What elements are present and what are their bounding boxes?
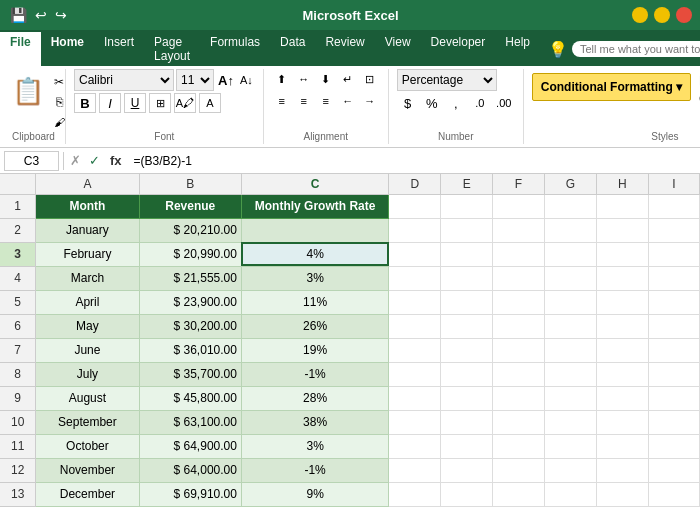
wrap-text-button[interactable]: ↵: [338, 69, 358, 89]
cell-a8[interactable]: July: [36, 362, 139, 386]
cell-h1[interactable]: [596, 194, 648, 218]
cell-b2[interactable]: $ 20,210.00: [139, 218, 241, 242]
cell-e8[interactable]: [441, 362, 493, 386]
indent-inc-button[interactable]: →: [360, 91, 380, 111]
cell-e1[interactable]: [441, 194, 493, 218]
cell-i4[interactable]: [648, 266, 699, 290]
cell-i7[interactable]: [648, 338, 699, 362]
decrease-font-button[interactable]: A↓: [238, 74, 255, 86]
cell-h8[interactable]: [596, 362, 648, 386]
row-header-8[interactable]: 8: [0, 362, 36, 386]
cell-i9[interactable]: [648, 386, 699, 410]
cell-c2[interactable]: [241, 218, 388, 242]
col-header-f[interactable]: F: [493, 174, 545, 194]
cell-g10[interactable]: [544, 410, 596, 434]
cell-e10[interactable]: [441, 410, 493, 434]
format-as-table-button[interactable]: Format as Table ▾: [695, 73, 700, 89]
cell-g4[interactable]: [544, 266, 596, 290]
cell-b10[interactable]: $ 63,100.00: [139, 410, 241, 434]
cell-d10[interactable]: [389, 410, 441, 434]
cell-e13[interactable]: [441, 482, 493, 506]
align-middle-button[interactable]: ↔: [294, 69, 314, 89]
cell-a10[interactable]: September: [36, 410, 139, 434]
cell-f7[interactable]: [493, 338, 545, 362]
tab-file[interactable]: File: [0, 32, 41, 66]
maximize-icon[interactable]: [654, 7, 670, 23]
cell-g8[interactable]: [544, 362, 596, 386]
italic-button[interactable]: I: [99, 93, 121, 113]
cell-reference-box[interactable]: [4, 151, 59, 171]
paste-button[interactable]: 📋: [10, 69, 46, 113]
cell-b4[interactable]: $ 21,555.00: [139, 266, 241, 290]
bold-button[interactable]: B: [74, 93, 96, 113]
cell-h12[interactable]: [596, 458, 648, 482]
col-header-h[interactable]: H: [596, 174, 648, 194]
row-header-10[interactable]: 10: [0, 410, 36, 434]
cell-a7[interactable]: June: [36, 338, 139, 362]
cell-f10[interactable]: [493, 410, 545, 434]
cell-h10[interactable]: [596, 410, 648, 434]
cell-c3[interactable]: 4%: [241, 242, 388, 266]
cell-a4[interactable]: March: [36, 266, 139, 290]
row-header-11[interactable]: 11: [0, 434, 36, 458]
cell-a3[interactable]: February: [36, 242, 139, 266]
cell-h5[interactable]: [596, 290, 648, 314]
col-header-g[interactable]: G: [544, 174, 596, 194]
cell-e12[interactable]: [441, 458, 493, 482]
cell-c4[interactable]: 3%: [241, 266, 388, 290]
font-size-select[interactable]: 11: [176, 69, 214, 91]
col-header-e[interactable]: E: [441, 174, 493, 194]
merge-button[interactable]: ⊡: [360, 69, 380, 89]
formula-input[interactable]: [130, 153, 696, 169]
cell-b12[interactable]: $ 64,000.00: [139, 458, 241, 482]
cell-b5[interactable]: $ 23,900.00: [139, 290, 241, 314]
cell-d6[interactable]: [389, 314, 441, 338]
cell-i6[interactable]: [648, 314, 699, 338]
formula-cancel-icon[interactable]: ✗: [68, 153, 83, 168]
align-center-button[interactable]: ≡: [294, 91, 314, 111]
cell-h4[interactable]: [596, 266, 648, 290]
align-left-button[interactable]: ≡: [272, 91, 292, 111]
cell-c11[interactable]: 3%: [241, 434, 388, 458]
tab-review[interactable]: Review: [315, 32, 374, 66]
border-button[interactable]: ⊞: [149, 93, 171, 113]
tab-developer[interactable]: Developer: [421, 32, 496, 66]
underline-button[interactable]: U: [124, 93, 146, 113]
tab-view[interactable]: View: [375, 32, 421, 66]
col-header-c[interactable]: C: [241, 174, 388, 194]
row-header-3[interactable]: 3: [0, 242, 36, 266]
currency-button[interactable]: $: [397, 93, 419, 113]
row-header-2[interactable]: 2: [0, 218, 36, 242]
cell-a6[interactable]: May: [36, 314, 139, 338]
save-button[interactable]: 💾: [8, 7, 29, 23]
cell-f2[interactable]: [493, 218, 545, 242]
cell-styles-button[interactable]: Cell Styles ▾: [695, 91, 700, 107]
number-format-select[interactable]: Percentage General Number Currency: [397, 69, 497, 91]
cell-d11[interactable]: [389, 434, 441, 458]
cell-b6[interactable]: $ 30,200.00: [139, 314, 241, 338]
cell-f12[interactable]: [493, 458, 545, 482]
cell-f5[interactable]: [493, 290, 545, 314]
cell-h2[interactable]: [596, 218, 648, 242]
cell-e11[interactable]: [441, 434, 493, 458]
cell-a1[interactable]: Month: [36, 194, 139, 218]
cell-b3[interactable]: $ 20,990.00: [139, 242, 241, 266]
cell-d12[interactable]: [389, 458, 441, 482]
tab-page-layout[interactable]: Page Layout: [144, 32, 200, 66]
row-header-7[interactable]: 7: [0, 338, 36, 362]
cell-c12[interactable]: -1%: [241, 458, 388, 482]
cell-b7[interactable]: $ 36,010.00: [139, 338, 241, 362]
tab-data[interactable]: Data: [270, 32, 315, 66]
cell-g1[interactable]: [544, 194, 596, 218]
dec-inc-button[interactable]: .0: [469, 93, 491, 113]
cell-i13[interactable]: [648, 482, 699, 506]
cell-h6[interactable]: [596, 314, 648, 338]
cell-a12[interactable]: November: [36, 458, 139, 482]
fill-color-button[interactable]: A🖍: [174, 93, 196, 113]
row-header-5[interactable]: 5: [0, 290, 36, 314]
cell-i8[interactable]: [648, 362, 699, 386]
cell-d7[interactable]: [389, 338, 441, 362]
tab-insert[interactable]: Insert: [94, 32, 144, 66]
percent-button[interactable]: %: [421, 93, 443, 113]
cell-h7[interactable]: [596, 338, 648, 362]
